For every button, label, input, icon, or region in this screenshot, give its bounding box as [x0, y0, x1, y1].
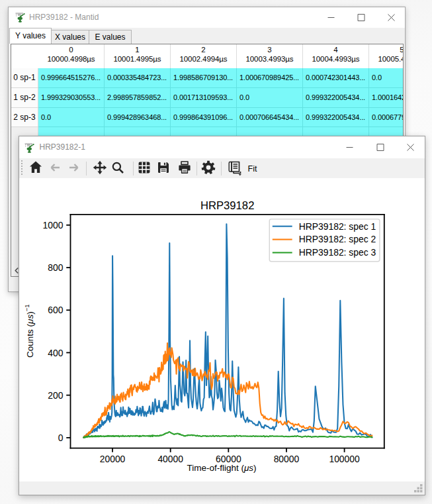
svg-text:400: 400 — [48, 348, 63, 358]
svg-text:800: 800 — [48, 262, 63, 273]
svg-text:HRP39182: spec 3: HRP39182: spec 3 — [298, 247, 376, 258]
svg-text:600: 600 — [48, 305, 63, 315]
svg-text:HRP39182: spec 2: HRP39182: spec 2 — [298, 234, 376, 244]
svg-text:200: 200 — [48, 390, 63, 401]
svg-text:0: 0 — [58, 432, 63, 443]
svg-text:HRP39182: HRP39182 — [200, 199, 253, 212]
svg-text:1000: 1000 — [42, 220, 63, 230]
svg-text:HRP39182: spec 1: HRP39182: spec 1 — [298, 221, 376, 232]
